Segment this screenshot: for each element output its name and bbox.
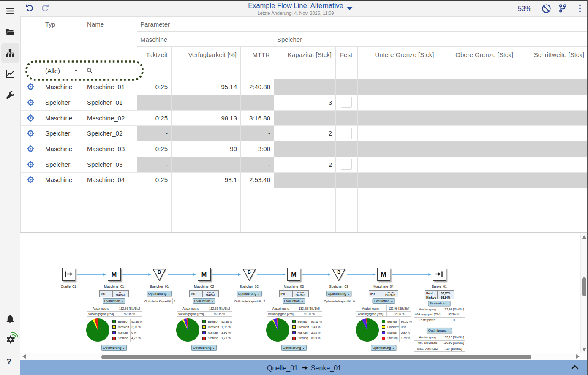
svg-text:B: B xyxy=(337,269,340,274)
svg-text:B: B xyxy=(248,269,251,274)
svg-text:B: B xyxy=(158,269,161,274)
